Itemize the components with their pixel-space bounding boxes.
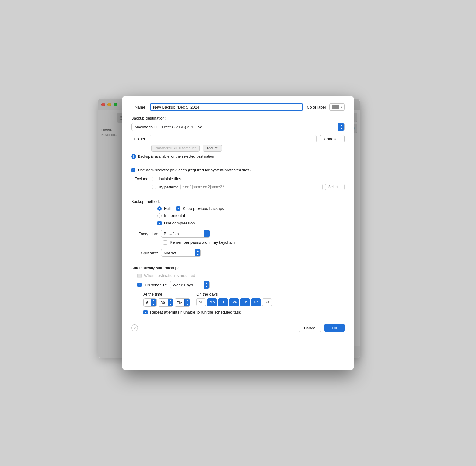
backup-destination-label: Backup destination:: [131, 116, 345, 120]
time-inputs: 6 ▲ ▼ 30 ▲ ▼: [143, 298, 190, 307]
compression-label: Use compression: [164, 221, 195, 225]
choose-button[interactable]: Choose...: [320, 135, 345, 142]
encryption-stepper-down[interactable]: ▼: [204, 234, 210, 238]
folder-input[interactable]: [150, 135, 317, 142]
encryption-stepper-up[interactable]: ▲: [204, 230, 210, 234]
day-sa[interactable]: Sa: [262, 298, 272, 306]
stepper-up[interactable]: ▲: [338, 123, 344, 127]
hour-stepper[interactable]: ▲ ▼: [151, 299, 156, 306]
minute-input-group: 30 ▲ ▼: [158, 298, 173, 307]
split-size-select[interactable]: Not set ▲ ▼: [161, 249, 201, 257]
day-we[interactable]: We: [229, 298, 239, 306]
day-th[interactable]: Th: [240, 298, 250, 306]
incremental-label: Incremental: [164, 213, 185, 218]
dialog-footer: ? Cancel OK: [131, 320, 345, 332]
remember-password-checkbox[interactable]: [163, 240, 167, 245]
days-buttons: Su Mo Tu We Th Fr Sa: [196, 298, 272, 306]
network-usb-button[interactable]: Network/USB automount: [151, 145, 200, 152]
on-schedule-checkbox[interactable]: ✓: [137, 283, 142, 287]
split-size-label: Split size:: [131, 251, 158, 255]
destination-select-row: Macintosh HD (Free: 8.2 GB) APFS vg ▲ ▼: [131, 123, 345, 131]
chevron-down-icon: ▾: [341, 106, 342, 109]
full-row: Full ✓ Keep previous backups: [131, 206, 345, 211]
exclude-row2: By pattern: Select...: [131, 184, 345, 190]
invisible-files-checkbox[interactable]: [152, 177, 156, 181]
admin-privilege-checkbox[interactable]: ✓: [131, 168, 135, 172]
minute-up[interactable]: ▲: [168, 299, 173, 303]
exclude-label: Exclude:: [131, 177, 150, 181]
name-row: Name: Color label: ▾: [131, 103, 345, 111]
footer-buttons: Cancel OK: [299, 324, 345, 332]
split-stepper-down[interactable]: ▼: [195, 253, 200, 257]
day-fr[interactable]: Fr: [251, 298, 261, 306]
full-radio[interactable]: [157, 206, 162, 211]
backup-method-label: Backup method:: [131, 199, 160, 204]
ok-button[interactable]: OK: [324, 324, 345, 332]
encryption-select[interactable]: Blowfish ▲ ▼: [161, 230, 210, 238]
ampm-stepper[interactable]: ▲ ▼: [184, 299, 190, 306]
info-text: Backup is available for the selected des…: [138, 154, 214, 159]
destination-stepper[interactable]: ▲ ▼: [338, 123, 344, 131]
when-mounted-label: When destination is mounted: [144, 273, 195, 278]
schedule-stepper[interactable]: ▲ ▼: [204, 281, 209, 289]
compression-checkbox[interactable]: ✓: [157, 221, 162, 225]
full-label: Full: [164, 206, 171, 211]
hour-input-group: 6 ▲ ▼: [143, 298, 157, 307]
encryption-stepper[interactable]: ▲ ▼: [204, 230, 210, 237]
auto-backup-label-row: Automatically start backup:: [131, 266, 345, 270]
minute-stepper[interactable]: ▲ ▼: [168, 299, 173, 306]
color-label-btn[interactable]: ▾: [329, 103, 345, 111]
name-input[interactable]: [150, 103, 303, 111]
on-schedule-row: ✓ On schedule Week Days ▲ ▼: [131, 281, 345, 289]
select-button[interactable]: Select...: [325, 184, 345, 190]
schedule-select[interactable]: Week Days ▲ ▼: [170, 281, 210, 289]
when-mounted-row: When destination is mounted: [131, 273, 345, 278]
hour-value: 6: [144, 300, 151, 305]
minute-down[interactable]: ▼: [168, 303, 173, 307]
by-pattern-checkbox[interactable]: [152, 185, 156, 189]
name-label: Name:: [131, 105, 146, 109]
split-size-value: Not set: [161, 251, 195, 255]
exclude-section: Exclude: Invisible files By pattern: Sel…: [131, 177, 345, 190]
color-label-section: Color label: ▾: [307, 103, 345, 111]
at-time-label: At the time:: [143, 292, 190, 296]
day-su[interactable]: Su: [196, 298, 206, 306]
repeat-row: ✓ Repeat attempts if unable to run the s…: [131, 310, 345, 314]
schedule-stepper-up[interactable]: ▲: [204, 281, 209, 285]
help-button[interactable]: ?: [131, 324, 138, 331]
mount-row: Network/USB automount Mount: [131, 145, 345, 152]
backup-method-section: Backup method: Full ✓ Keep previous back…: [131, 199, 345, 225]
cancel-button[interactable]: Cancel: [299, 324, 321, 332]
on-schedule-label: On schedule: [145, 283, 167, 287]
time-section: At the time: 6 ▲ ▼ 30: [143, 292, 190, 307]
divider1: [131, 163, 345, 163]
encryption-row: Encryption: Blowfish ▲ ▼: [131, 230, 345, 238]
keep-previous-label: Keep previous backups: [183, 206, 224, 211]
incremental-radio[interactable]: [157, 213, 162, 218]
invisible-files-label: Invisible files: [159, 177, 181, 181]
ampm-down[interactable]: ▼: [185, 303, 190, 307]
split-size-stepper[interactable]: ▲ ▼: [195, 249, 200, 256]
when-mounted-checkbox[interactable]: [137, 274, 142, 278]
incremental-row: Incremental: [131, 213, 345, 218]
repeat-checkbox[interactable]: ✓: [143, 310, 148, 314]
info-icon: i: [131, 154, 136, 159]
dialog: Name: Color label: ▾ Backup destination:…: [122, 96, 354, 370]
hour-down[interactable]: ▼: [151, 303, 156, 307]
day-mo[interactable]: Mo: [207, 298, 217, 306]
day-tu[interactable]: Tu: [218, 298, 228, 306]
minute-value: 30: [158, 300, 167, 305]
hour-up[interactable]: ▲: [151, 299, 156, 303]
backup-method-label-row: Backup method:: [131, 199, 345, 204]
on-days-label: On the days:: [196, 292, 272, 296]
split-size-row: Split size: Not set ▲ ▼: [131, 249, 345, 257]
pattern-input[interactable]: [180, 184, 323, 190]
stepper-down[interactable]: ▼: [338, 127, 344, 131]
time-days-row: At the time: 6 ▲ ▼ 30: [131, 292, 345, 307]
mount-button[interactable]: Mount: [203, 145, 222, 152]
schedule-stepper-down[interactable]: ▼: [204, 285, 209, 289]
split-stepper-up[interactable]: ▲: [195, 249, 200, 253]
ampm-up[interactable]: ▲: [185, 299, 190, 303]
auto-backup-label: Automatically start backup:: [131, 266, 179, 270]
keep-previous-checkbox[interactable]: ✓: [176, 206, 180, 211]
